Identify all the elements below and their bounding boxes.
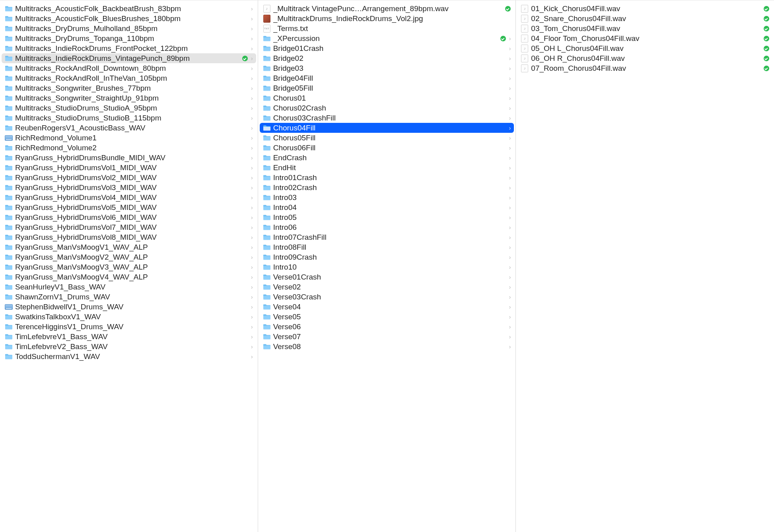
list-item[interactable]: Bridge05Fill›: [260, 83, 514, 93]
list-item[interactable]: Verse05›: [260, 312, 514, 322]
list-item[interactable]: RyanGruss_HybridDrumsVol1_MIDI_WAV›: [2, 163, 256, 173]
list-item[interactable]: Chorus02Crash›: [260, 103, 514, 113]
item-name: Chorus01: [273, 93, 506, 103]
folder-icon: [5, 233, 13, 241]
list-item[interactable]: ShawnZornV1_Drums_WAV›: [2, 292, 256, 302]
list-item[interactable]: _XPercussion›: [260, 33, 514, 43]
list-item[interactable]: RyanGruss_HybridDrumsVol5_MIDI_WAV›: [2, 202, 256, 212]
list-item[interactable]: EndHit›: [260, 163, 514, 173]
chevron-right-icon: ›: [251, 264, 253, 270]
list-item[interactable]: Multitracks_AcousticFolk_BackbeatBrush_8…: [2, 4, 256, 14]
drive-icon: [5, 134, 13, 142]
list-item[interactable]: RyanGruss_HybridDrumsVol2_MIDI_WAV›: [2, 173, 256, 183]
list-item[interactable]: RyanGruss_HybridDrumsVol7_MIDI_WAV›: [2, 222, 256, 232]
list-item[interactable]: Multitracks_AcousticFolk_BluesBrushes_18…: [2, 14, 256, 23]
list-item[interactable]: RichRedmond_Volume2›: [2, 143, 256, 153]
chevron-right-icon: ›: [251, 334, 253, 340]
list-item[interactable]: Chorus05Fill›: [260, 133, 514, 143]
list-item[interactable]: Intro10›: [260, 262, 514, 272]
folder-icon: [263, 174, 271, 182]
column-2[interactable]: _Multitrack VintagePunc…Arrangement_89bp…: [258, 0, 516, 532]
list-item[interactable]: 03_Tom_Chorus04Fill.wav: [517, 23, 772, 33]
list-item[interactable]: Multitracks_Songwriter_Brushes_77bpm›: [2, 83, 256, 93]
item-name: Chorus04Fill: [273, 123, 506, 133]
list-item[interactable]: Bridge01Crash›: [260, 43, 514, 53]
list-item[interactable]: 04_Floor Tom_Chorus04Fill.wav: [517, 33, 772, 43]
chevron-right-icon: ›: [251, 165, 253, 171]
list-item[interactable]: SwatkinsTalkboxV1_WAV›: [2, 312, 256, 322]
list-item[interactable]: Intro01Crash›: [260, 173, 514, 183]
list-item[interactable]: Intro08Fill›: [260, 242, 514, 252]
list-item[interactable]: Intro06›: [260, 222, 514, 232]
list-item[interactable]: Intro05›: [260, 212, 514, 222]
list-item[interactable]: Verse02›: [260, 282, 514, 292]
list-item[interactable]: Bridge02›: [260, 53, 514, 63]
item-name: RyanGruss_ManVsMoogV2_WAV_ALP: [15, 252, 248, 262]
list-item[interactable]: Chorus01›: [260, 93, 514, 103]
list-item[interactable]: RyanGruss_HybridDrumsVol3_MIDI_WAV›: [2, 183, 256, 192]
list-item[interactable]: Chorus03CrashFill›: [260, 113, 514, 123]
list-item[interactable]: Chorus04Fill›: [260, 123, 514, 133]
list-item[interactable]: Multitracks_DryDrums_Mulholland_85bpm›: [2, 23, 256, 33]
list-item[interactable]: 07_Room_Chorus04Fill.wav: [517, 63, 772, 73]
list-item[interactable]: Intro02Crash›: [260, 183, 514, 192]
list-item[interactable]: 06_OH R_Chorus04Fill.wav: [517, 53, 772, 63]
folder-icon: [263, 114, 271, 122]
list-item[interactable]: Multitracks_Songwriter_StraightUp_91bpm›: [2, 93, 256, 103]
list-item[interactable]: RyanGruss_HybridDrumsVol8_MIDI_WAV›: [2, 232, 256, 242]
list-item[interactable]: 01_Kick_Chorus04Fill.wav: [517, 4, 772, 14]
list-item[interactable]: RyanGruss_HybridDrumsVol6_MIDI_WAV›: [2, 212, 256, 222]
list-item[interactable]: Multitracks_DryDrums_Topanga_110bpm›: [2, 33, 256, 43]
list-item[interactable]: RyanGruss_HybridDrumsVol4_MIDI_WAV›: [2, 192, 256, 202]
list-item[interactable]: SeanHurleyV1_Bass_WAV›: [2, 282, 256, 292]
list-item[interactable]: ToddSuchermanV1_WAV›: [2, 351, 256, 361]
list-item[interactable]: Bridge03›: [260, 63, 514, 73]
list-item[interactable]: Multitracks_StudioDrums_StudioB_115bpm›: [2, 113, 256, 123]
list-item[interactable]: StephenBidwellV1_Drums_WAV›: [2, 302, 256, 312]
list-item[interactable]: Verse04›: [260, 302, 514, 312]
list-item[interactable]: Verse08›: [260, 342, 514, 351]
list-item[interactable]: TimLefebvreV1_Bass_WAV›: [2, 332, 256, 342]
item-name: _Terms.txt: [273, 23, 511, 33]
list-item[interactable]: RyanGruss_ManVsMoogV2_WAV_ALP›: [2, 252, 256, 262]
chevron-right-icon: ›: [509, 294, 511, 300]
list-item[interactable]: 05_OH L_Chorus04Fill.wav: [517, 43, 772, 53]
list-item[interactable]: Intro03›: [260, 192, 514, 202]
item-name: 02_Snare_Chorus04Fill.wav: [531, 14, 760, 23]
folder-icon: [263, 134, 271, 142]
list-item[interactable]: RyanGruss_ManVsMoogV1_WAV_ALP›: [2, 242, 256, 252]
item-name: ShawnZornV1_Drums_WAV: [15, 292, 248, 302]
folder-icon: [5, 223, 13, 231]
list-item[interactable]: Intro07CrashFill›: [260, 232, 514, 242]
list-item[interactable]: _Multitrack VintagePunc…Arrangement_89bp…: [260, 4, 514, 14]
chevron-right-icon: ›: [509, 125, 511, 131]
folder-icon: [263, 323, 271, 331]
list-item[interactable]: RichRedmond_Volume1›: [2, 133, 256, 143]
list-item[interactable]: RyanGruss_ManVsMoogV4_WAV_ALP›: [2, 272, 256, 282]
list-item[interactable]: Multitracks_IndieRockDrums_FrontPocket_1…: [2, 43, 256, 53]
list-item[interactable]: Multitracks_RockAndRoll_Downtown_80bpm›: [2, 63, 256, 73]
list-item[interactable]: Multitracks_StudioDrums_StudioA_95bpm›: [2, 103, 256, 113]
list-item[interactable]: Intro04›: [260, 202, 514, 212]
list-item[interactable]: RyanGruss_ManVsMoogV3_WAV_ALP›: [2, 262, 256, 272]
list-item[interactable]: Multitracks_RockAndRoll_InTheVan_105bpm›: [2, 73, 256, 83]
list-item[interactable]: Verse01Crash›: [260, 272, 514, 282]
list-item[interactable]: 02_Snare_Chorus04Fill.wav: [517, 14, 772, 23]
list-item[interactable]: ReubenRogersV1_AcousticBass_WAV›: [2, 123, 256, 133]
list-item[interactable]: Chorus06Fill›: [260, 143, 514, 153]
list-item[interactable]: Bridge04Fill›: [260, 73, 514, 83]
list-item[interactable]: _MultitrackDrums_IndieRockDrums_Vol2.jpg: [260, 14, 514, 23]
column-3[interactable]: 01_Kick_Chorus04Fill.wav02_Snare_Chorus0…: [516, 0, 774, 532]
chevron-right-icon: ›: [509, 215, 511, 220]
list-item[interactable]: RyanGruss_HybridDrumsBundle_MIDI_WAV›: [2, 153, 256, 163]
list-item[interactable]: Verse06›: [260, 322, 514, 332]
list-item[interactable]: Multitracks_IndieRockDrums_VintagePunch_…: [2, 53, 256, 63]
column-1[interactable]: Multitracks_AcousticFolk_BackbeatBrush_8…: [0, 0, 258, 532]
list-item[interactable]: TerenceHigginsV1_Drums_WAV›: [2, 322, 256, 332]
list-item[interactable]: Intro09Crash›: [260, 252, 514, 262]
list-item[interactable]: Verse07›: [260, 332, 514, 342]
list-item[interactable]: EndCrash›: [260, 153, 514, 163]
list-item[interactable]: Verse03Crash›: [260, 292, 514, 302]
list-item[interactable]: _Terms.txt: [260, 23, 514, 33]
list-item[interactable]: TimLefebvreV2_Bass_WAV›: [2, 342, 256, 351]
